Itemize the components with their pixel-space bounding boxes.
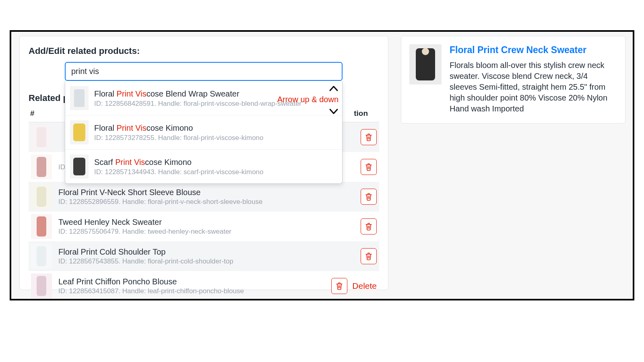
option-title: Floral Print Viscose Blend Wrap Sweater <box>94 88 337 99</box>
panel-heading: Add/Edit related products: <box>29 46 379 56</box>
svg-rect-3 <box>73 123 85 141</box>
row-actions <box>361 218 377 234</box>
related-products-panel: Add/Edit related products: Arrow up & do… <box>19 36 388 290</box>
search-input[interactable] <box>65 62 343 81</box>
option-text: Scarf Print Viscose Kimono ID: 122857134… <box>94 157 337 176</box>
table-row[interactable]: Tweed Henley Neck Sweater ID: 1228575506… <box>29 212 379 241</box>
svg-rect-17 <box>37 276 46 296</box>
match-highlight: Print Vis <box>117 89 147 98</box>
svg-rect-7 <box>37 127 46 147</box>
product-subtitle: ID: 1228575506479. Handle: tweed-henley-… <box>58 228 354 236</box>
trash-icon <box>336 282 343 290</box>
table-row[interactable]: Floral Print V-Neck Short Sleeve Blouse … <box>29 182 379 212</box>
product-title: Floral Print V-Neck Short Sleeve Blouse <box>58 188 354 197</box>
row-actions <box>361 248 377 264</box>
product-thumbnail <box>409 44 442 84</box>
trash-icon <box>365 193 372 201</box>
product-title: Tweed Henley Neck Sweater <box>58 218 354 227</box>
product-subtitle: ID: 1228552896559. Handle: floral-print-… <box>58 198 354 206</box>
option-title: Floral Print Viscose Kimono <box>94 123 337 133</box>
product-thumbnail <box>70 86 89 110</box>
row-actions <box>361 159 377 175</box>
trash-icon <box>365 222 372 230</box>
option-title: Scarf Print Viscose Kimono <box>94 157 337 167</box>
product-title: Floral Print Cold Shoulder Top <box>58 247 354 257</box>
column-action: tion <box>354 109 368 118</box>
product-thumbnail <box>31 214 52 239</box>
row-text: Floral Print V-Neck Short Sleeve Blouse … <box>58 188 354 206</box>
option-text: Floral Print Viscose Kimono ID: 12285732… <box>94 123 337 142</box>
svg-rect-9 <box>37 157 46 177</box>
autocomplete-option[interactable]: Floral Print Viscose Blend Wrap Sweater … <box>65 81 342 115</box>
autocomplete-dropdown: Floral Print Viscose Blend Wrap Sweater … <box>65 81 343 184</box>
product-thumbnail <box>70 120 89 144</box>
detail-title[interactable]: Floral Print Crew Neck Sweater <box>450 44 617 56</box>
row-text: Leaf Print Chiffon Poncho Blouse ID: 122… <box>58 277 325 295</box>
svg-point-20 <box>422 48 429 55</box>
delete-button[interactable] <box>361 159 377 175</box>
product-detail-panel: Floral Print Crew Neck Sweater Florals b… <box>401 36 625 123</box>
search-area: Arrow up & down Floral Print Viscose Ble… <box>65 62 343 81</box>
row-text: Floral Print Cold Shoulder Top ID: 12285… <box>58 247 354 265</box>
delete-button[interactable] <box>361 129 377 145</box>
table-row[interactable]: Leaf Print Chiffon Poncho Blouse ID: 122… <box>29 271 379 301</box>
option-subtitle: ID: 1228571344943. Handle: scarf-print-v… <box>94 168 337 176</box>
row-text: Tweed Henley Neck Sweater ID: 1228575506… <box>58 218 354 236</box>
detail-description: Florals bloom all-over this stylish crew… <box>450 60 617 114</box>
autocomplete-option[interactable]: Floral Print Viscose Kimono ID: 12285732… <box>65 115 342 149</box>
match-highlight: Print Vis <box>117 123 147 132</box>
delete-button[interactable] <box>361 248 377 264</box>
row-actions <box>361 189 377 205</box>
column-index: # <box>30 109 54 118</box>
match-highlight: Print Vis <box>115 158 145 167</box>
product-subtitle: ID: 1228567543855. Handle: floral-print-… <box>58 257 354 265</box>
detail-text: Floral Print Crew Neck Sweater Florals b… <box>450 44 617 114</box>
product-title: Leaf Print Chiffon Poncho Blouse <box>58 277 325 286</box>
delete-button[interactable] <box>331 278 347 294</box>
product-subtitle: ID: 1228563415087. Handle: leaf-print-ch… <box>58 287 325 295</box>
svg-rect-13 <box>37 216 46 237</box>
product-thumbnail <box>31 244 52 269</box>
product-thumbnail <box>31 125 52 150</box>
trash-icon <box>365 133 372 141</box>
svg-rect-15 <box>37 246 46 266</box>
delete-button[interactable] <box>361 189 377 205</box>
trash-icon <box>365 252 372 260</box>
svg-rect-5 <box>73 158 85 175</box>
product-thumbnail <box>31 184 52 209</box>
svg-rect-11 <box>37 187 46 207</box>
delete-button[interactable] <box>361 218 377 234</box>
row-actions <box>361 129 377 145</box>
app-frame: Add/Edit related products: Arrow up & do… <box>10 30 634 300</box>
table-row[interactable]: Floral Print Cold Shoulder Top ID: 12285… <box>29 241 379 271</box>
product-thumbnail <box>31 154 52 179</box>
option-subtitle: ID: 1228568428591. Handle: floral-print-… <box>94 100 337 108</box>
product-thumbnail <box>31 274 52 298</box>
autocomplete-option[interactable]: Scarf Print Viscose Kimono ID: 122857134… <box>65 149 342 183</box>
trash-icon <box>365 163 372 171</box>
svg-rect-1 <box>74 89 85 107</box>
option-text: Floral Print Viscose Blend Wrap Sweater … <box>94 88 337 108</box>
product-thumbnail <box>70 154 89 179</box>
option-subtitle: ID: 1228573278255. Handle: floral-print-… <box>94 134 337 142</box>
delete-label: Delete <box>352 281 377 291</box>
row-actions: Delete <box>331 278 377 294</box>
